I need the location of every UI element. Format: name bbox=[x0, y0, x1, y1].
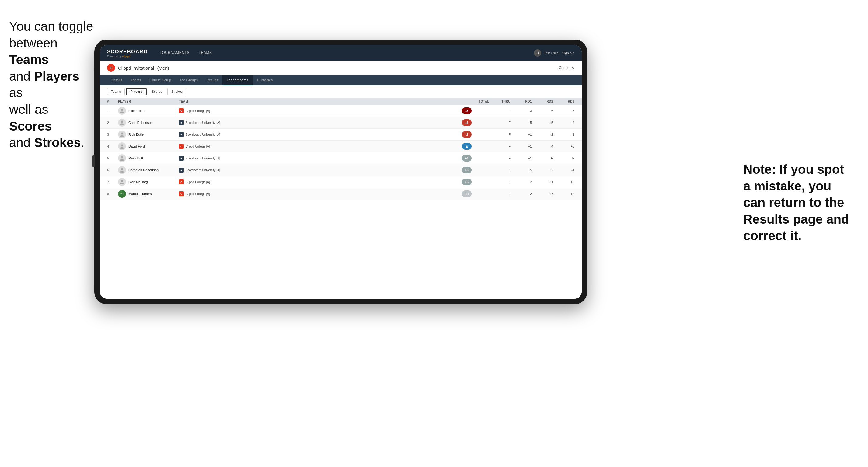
tournament-icon: C bbox=[107, 64, 115, 72]
table-row: 3 Rich Butler ■ Scoreboard University [A… bbox=[100, 129, 582, 141]
rd1-cell: +1 bbox=[510, 133, 532, 136]
player-cell: MT Marcus Turners bbox=[118, 190, 179, 198]
rd1-cell: +1 bbox=[510, 145, 532, 148]
table-row: 1 Elliot Ebert C Clippd College [A] -8 F… bbox=[100, 105, 582, 117]
svg-point-9 bbox=[121, 156, 123, 158]
total-cell: +6 bbox=[462, 179, 489, 185]
thru-cell: F bbox=[489, 145, 510, 148]
annotation-line5: and Strokes. bbox=[9, 135, 85, 150]
player-name: Rees Britt bbox=[128, 156, 143, 160]
svg-point-3 bbox=[121, 121, 123, 123]
team-name: Clippd College [A] bbox=[186, 109, 210, 113]
subnav-leaderboards[interactable]: Leaderboards bbox=[222, 75, 253, 86]
player-name: Rich Butler bbox=[128, 133, 145, 136]
rd1-cell: +5 bbox=[510, 168, 532, 172]
player-avatar bbox=[118, 178, 126, 186]
col-team: TEAM bbox=[179, 100, 462, 103]
score-badge: +6 bbox=[462, 167, 472, 174]
rd2-cell: E bbox=[532, 156, 553, 160]
total-cell: E bbox=[462, 143, 489, 150]
thru-cell: F bbox=[489, 156, 510, 160]
rd2-cell: +5 bbox=[532, 121, 553, 124]
header-nav: TOURNAMENTS TEAMS bbox=[156, 49, 534, 57]
subnav-printables[interactable]: Printables bbox=[253, 75, 277, 86]
right-line5: correct it. bbox=[743, 228, 801, 243]
score-badge: -4 bbox=[462, 119, 472, 126]
team-cell: ■ Scoreboard University [A] bbox=[179, 120, 462, 125]
rd2-cell: +1 bbox=[532, 180, 553, 184]
team-name: Scoreboard University [A] bbox=[186, 121, 220, 124]
score-badge: -2 bbox=[462, 131, 472, 138]
subnav-details[interactable]: Details bbox=[107, 75, 127, 86]
svg-point-14 bbox=[121, 183, 124, 185]
rd3-cell: -4 bbox=[553, 121, 575, 124]
tablet-frame: SCOREBOARD Powered by clippd TOURNAMENTS… bbox=[94, 39, 587, 304]
team-icon: ■ bbox=[179, 168, 184, 173]
svg-point-13 bbox=[121, 180, 123, 182]
player-avatar bbox=[118, 130, 126, 138]
subnav-teams[interactable]: Teams bbox=[127, 75, 146, 86]
player-cell: Elliot Ebert bbox=[118, 107, 179, 115]
col-rd1: RD1 bbox=[510, 100, 532, 103]
rd1-cell: +2 bbox=[510, 180, 532, 184]
player-name: Cameron Robertson bbox=[128, 168, 158, 172]
table-row: 2 Chris Robertson ■ Scoreboard Universit… bbox=[100, 117, 582, 129]
col-thru: THRU bbox=[489, 100, 510, 103]
leaderboard-table: # PLAYER TEAM TOTAL THRU RD1 RD2 RD3 1 E… bbox=[100, 98, 582, 299]
team-icon: C bbox=[179, 180, 184, 184]
svg-point-6 bbox=[121, 135, 124, 137]
tournament-title: C Clippd Invitational (Men) bbox=[107, 64, 169, 72]
player-avatar bbox=[118, 166, 126, 174]
rd2-cell: -6 bbox=[532, 109, 553, 113]
rd1-cell: +3 bbox=[510, 109, 532, 113]
score-badge: +1 bbox=[462, 155, 472, 161]
player-name: David Ford bbox=[128, 145, 145, 148]
rank: 4 bbox=[107, 145, 118, 148]
tournament-gender: (Men) bbox=[157, 65, 169, 70]
player-avatar bbox=[118, 119, 126, 127]
thru-cell: F bbox=[489, 109, 510, 113]
nav-tournaments[interactable]: TOURNAMENTS bbox=[156, 49, 193, 57]
team-icon: C bbox=[179, 108, 184, 113]
team-cell: C Clippd College [A] bbox=[179, 191, 462, 196]
toggle-teams[interactable]: Teams bbox=[107, 88, 125, 95]
total-cell: +11 bbox=[462, 190, 489, 197]
col-player: PLAYER bbox=[118, 100, 179, 103]
rd3-cell: -5 bbox=[553, 109, 575, 113]
score-badge: E bbox=[462, 143, 472, 150]
player-cell: Cameron Robertson bbox=[118, 166, 179, 174]
nav-teams[interactable]: TEAMS bbox=[195, 49, 216, 57]
cancel-button[interactable]: Cancel ✕ bbox=[559, 66, 575, 70]
col-rd3: RD3 bbox=[553, 100, 575, 103]
rd3-cell: -1 bbox=[553, 168, 575, 172]
svg-point-12 bbox=[121, 171, 124, 173]
toggle-strokes[interactable]: Strokes bbox=[167, 88, 186, 95]
svg-point-4 bbox=[121, 124, 124, 125]
score-badge: +11 bbox=[462, 190, 472, 197]
tournament-name: Clippd Invitational bbox=[118, 65, 154, 70]
player-name: Marcus Turners bbox=[128, 192, 152, 196]
sign-out-button[interactable]: Sign out bbox=[562, 51, 575, 55]
svg-point-7 bbox=[121, 145, 123, 147]
annotation-line1: You can toggle bbox=[9, 19, 93, 33]
tablet-screen: SCOREBOARD Powered by clippd TOURNAMENTS… bbox=[100, 45, 582, 299]
team-cell: ■ Scoreboard University [A] bbox=[179, 168, 462, 173]
team-name: Clippd College [A] bbox=[186, 192, 210, 196]
team-cell: ■ Scoreboard University [A] bbox=[179, 132, 462, 137]
sub-nav: Details Teams Course Setup Tee Groups Re… bbox=[100, 75, 582, 86]
thru-cell: F bbox=[489, 192, 510, 196]
total-cell: -4 bbox=[462, 119, 489, 126]
toggle-scores[interactable]: Scores bbox=[148, 88, 166, 95]
thru-cell: F bbox=[489, 168, 510, 172]
score-badge: -8 bbox=[462, 107, 472, 114]
subnav-course-setup[interactable]: Course Setup bbox=[146, 75, 176, 86]
team-icon: ■ bbox=[179, 132, 184, 137]
subnav-tee-groups[interactable]: Tee Groups bbox=[176, 75, 202, 86]
team-icon: C bbox=[179, 191, 184, 196]
toggle-players[interactable]: Players bbox=[126, 88, 146, 95]
logo-title: SCOREBOARD bbox=[107, 49, 148, 55]
svg-point-10 bbox=[121, 159, 124, 161]
player-cell: Rich Butler bbox=[118, 130, 179, 138]
tournament-header: C Clippd Invitational (Men) Cancel ✕ bbox=[100, 61, 582, 75]
subnav-results[interactable]: Results bbox=[202, 75, 222, 86]
